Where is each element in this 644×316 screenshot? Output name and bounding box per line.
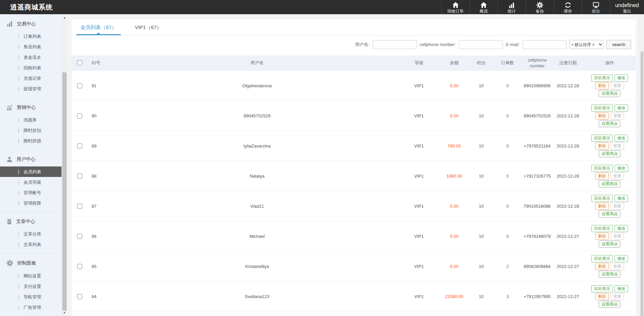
set-goods-button[interactable]: 设置商品 bbox=[599, 210, 620, 218]
sidebar-section-head-user[interactable]: 用户中心 bbox=[0, 150, 62, 166]
top-menu-recycle-orders[interactable]: 回收订单 bbox=[441, 0, 469, 14]
top-menu-overview[interactable]: 概况 bbox=[469, 0, 498, 14]
tab-member-list[interactable]: 会员列表（67） bbox=[76, 19, 121, 35]
set-goods-button[interactable]: 设置商品 bbox=[599, 271, 620, 278]
delete-button[interactable]: 删除 bbox=[595, 112, 609, 119]
orders-count-link[interactable]: 0 bbox=[493, 161, 522, 191]
sidebar-item-限时拼团[interactable]: ├限时拼团 bbox=[0, 136, 62, 146]
tab-vip1[interactable]: VIP1（67） bbox=[131, 19, 166, 35]
orders-count-link[interactable]: 3 bbox=[493, 281, 522, 312]
current-display-button[interactable]: 目前展示 bbox=[591, 225, 613, 232]
current-display-button[interactable]: 目前展示 bbox=[591, 165, 613, 172]
login-button[interactable]: 登录 bbox=[611, 142, 624, 150]
top-menu-logout[interactable]: undefined退出 bbox=[610, 0, 644, 14]
search-button[interactable]: search bbox=[606, 40, 631, 49]
login-button[interactable]: 登录 bbox=[611, 203, 624, 210]
sidebar-item-文章分类[interactable]: ├文章分类 bbox=[0, 229, 62, 239]
username-input[interactable] bbox=[373, 40, 417, 49]
sidebar-item-回购列表[interactable]: ├回购列表 bbox=[0, 63, 62, 73]
page-scrollbar-thumb[interactable] bbox=[641, 51, 643, 316]
orders-count-link[interactable]: 2 bbox=[493, 251, 522, 281]
sidebar-item-提现管理[interactable]: ├提现管理 bbox=[0, 84, 62, 94]
row-checkbox[interactable] bbox=[77, 234, 82, 239]
edit-button[interactable]: 修改 bbox=[615, 195, 628, 202]
sidebar-scrollbar-thumb[interactable] bbox=[62, 72, 67, 311]
login-button[interactable]: 登录 bbox=[611, 173, 624, 180]
delete-button[interactable]: 删除 bbox=[595, 142, 609, 150]
top-menu-statistics[interactable]: 统计 bbox=[498, 0, 526, 14]
set-goods-button[interactable]: 设置商品 bbox=[599, 241, 620, 248]
login-button[interactable]: 登录 bbox=[611, 82, 624, 89]
scroll-down-icon[interactable]: ▼ bbox=[62, 311, 67, 315]
current-display-button[interactable]: 目前展示 bbox=[591, 255, 613, 262]
top-menu-cache[interactable]: 缓存 bbox=[554, 0, 582, 14]
delete-button[interactable]: 删除 bbox=[595, 263, 609, 270]
sidebar-item-充值记录[interactable]: ├充值记录 bbox=[0, 73, 62, 84]
orders-count-link[interactable]: 0 bbox=[493, 101, 522, 131]
delete-button[interactable]: 删除 bbox=[595, 173, 609, 180]
top-menu-backup[interactable]: 备份 bbox=[526, 0, 554, 14]
row-checkbox[interactable] bbox=[77, 294, 82, 299]
sidebar-item-限时折扣[interactable]: ├限时折扣 bbox=[0, 125, 62, 136]
sidebar-item-会员列表[interactable]: ├会员列表 bbox=[0, 166, 62, 177]
top-menu-frontend[interactable]: 前台 bbox=[582, 0, 610, 14]
set-goods-button[interactable]: 设置商品 bbox=[599, 150, 620, 157]
orders-count-link[interactable]: 0 bbox=[493, 221, 522, 251]
row-checkbox[interactable] bbox=[77, 204, 82, 209]
current-display-button[interactable]: 目前展示 bbox=[591, 285, 613, 292]
orders-count-link[interactable]: 0 bbox=[493, 131, 522, 161]
login-button[interactable]: 登录 bbox=[611, 293, 624, 300]
edit-button[interactable]: 修改 bbox=[615, 105, 628, 112]
edit-button[interactable]: 修改 bbox=[615, 225, 628, 232]
sidebar-section-head-trade[interactable]: 交易中心 bbox=[0, 14, 62, 31]
login-button[interactable]: 登录 bbox=[611, 233, 624, 240]
row-checkbox[interactable] bbox=[77, 264, 82, 269]
delete-button[interactable]: 删除 bbox=[595, 82, 609, 89]
sidebar-item-会员等级[interactable]: ├会员等级 bbox=[0, 177, 62, 187]
row-checkbox[interactable] bbox=[77, 174, 82, 179]
sidebar-section-head-article[interactable]: 文章中心 bbox=[0, 212, 62, 229]
set-goods-button[interactable]: 设置商品 bbox=[599, 301, 620, 308]
sort-select[interactable]: = 默认排序 = bbox=[570, 40, 603, 49]
row-checkbox[interactable] bbox=[77, 113, 82, 118]
current-display-button[interactable]: 目前展示 bbox=[591, 105, 613, 112]
sidebar-item-订单列表[interactable]: ├订单列表 bbox=[0, 31, 62, 42]
set-goods-button[interactable]: 设置商品 bbox=[599, 180, 620, 187]
sidebar-item-管理权限[interactable]: ├管理权限 bbox=[0, 198, 62, 208]
login-button[interactable]: 登录 bbox=[611, 263, 624, 270]
delete-button[interactable]: 删除 bbox=[595, 203, 609, 210]
page-scrollbar[interactable] bbox=[640, 14, 644, 316]
email-input[interactable] bbox=[523, 40, 567, 49]
edit-button[interactable]: 修改 bbox=[615, 135, 628, 142]
sidebar-item-广告管理[interactable]: ├广告管理 bbox=[0, 302, 62, 313]
cellphone-input[interactable] bbox=[459, 40, 503, 49]
set-goods-button[interactable]: 设置商品 bbox=[599, 90, 620, 97]
login-button[interactable]: 登录 bbox=[611, 112, 624, 119]
sidebar-section-head-marketing[interactable]: 营销中心 bbox=[0, 98, 62, 115]
sidebar-item-网站设置[interactable]: ├网站设置 bbox=[0, 271, 62, 281]
sidebar-section-head-control[interactable]: 控制面板 bbox=[0, 253, 62, 271]
sidebar-item-友情链接[interactable]: ├友情链接 bbox=[0, 313, 62, 316]
row-checkbox[interactable] bbox=[77, 143, 82, 149]
sidebar-item-导航管理[interactable]: ├导航管理 bbox=[0, 292, 62, 302]
scroll-up-icon[interactable]: ▲ bbox=[62, 16, 67, 20]
edit-button[interactable]: 修改 bbox=[615, 285, 628, 292]
sidebar-item-管理帐号[interactable]: ├管理帐号 bbox=[0, 187, 62, 198]
current-display-button[interactable]: 目前展示 bbox=[591, 135, 613, 142]
select-all-checkbox[interactable] bbox=[77, 60, 82, 65]
orders-count-link[interactable]: 0 bbox=[493, 191, 522, 221]
sidebar-item-支付设置[interactable]: ├支付设置 bbox=[0, 281, 62, 292]
current-display-button[interactable]: 目前展示 bbox=[591, 195, 613, 202]
sidebar-scrollbar[interactable]: ▲ ▼ bbox=[62, 14, 67, 316]
sidebar-item-售后列表[interactable]: ├售后列表 bbox=[0, 42, 62, 52]
sidebar-item-资金流水[interactable]: ├资金流水 bbox=[0, 52, 62, 63]
row-checkbox[interactable] bbox=[77, 83, 82, 88]
edit-button[interactable]: 修改 bbox=[615, 255, 628, 262]
current-display-button[interactable]: 目前展示 bbox=[591, 74, 613, 82]
sidebar-item-优惠券[interactable]: ├优惠券 bbox=[0, 115, 62, 125]
delete-button[interactable]: 删除 bbox=[595, 233, 609, 240]
edit-button[interactable]: 修改 bbox=[615, 74, 628, 82]
set-goods-button[interactable]: 设置商品 bbox=[599, 120, 620, 127]
edit-button[interactable]: 修改 bbox=[615, 165, 628, 172]
sidebar-item-文章列表[interactable]: ├文章列表 bbox=[0, 239, 62, 250]
